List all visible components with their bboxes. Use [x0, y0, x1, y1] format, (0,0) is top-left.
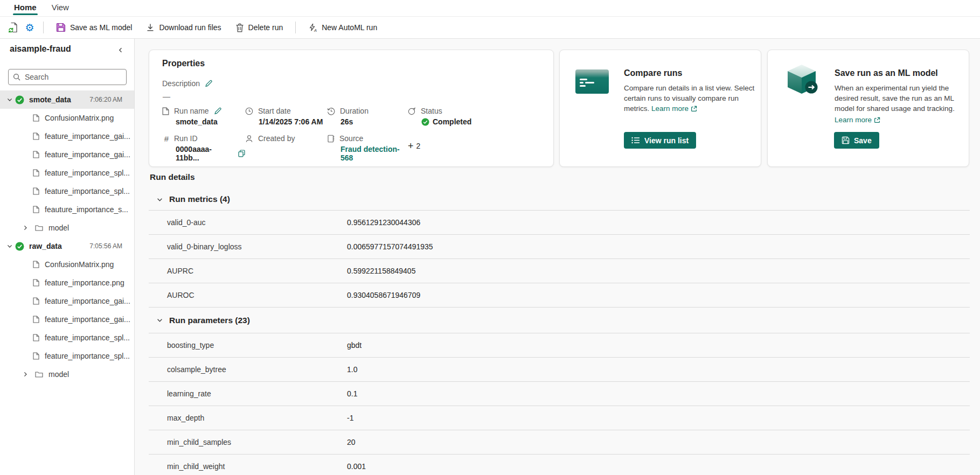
file-name: feature_importance_spl... — [45, 333, 130, 342]
metric-row: valid_0-auc 0.9561291230044306 — [149, 210, 970, 234]
refresh-run-button[interactable] — [5, 19, 22, 36]
delete-run-button[interactable]: Delete run — [228, 19, 290, 36]
external-link-icon — [691, 106, 697, 112]
parameter-value: 20 — [347, 438, 356, 446]
settings-button[interactable]: ⚙ — [22, 19, 38, 36]
source-link[interactable]: Fraud detection-568 — [340, 145, 408, 162]
description-label: Description — [162, 79, 200, 88]
run-files-sidebar: aisample-fraud smote_data 7:06:20 AM — [0, 39, 135, 475]
chevron-down-icon[interactable] — [4, 243, 15, 249]
metric-value: 0.9304058671946709 — [347, 291, 420, 299]
start-date-value: 1/14/2025 7:06 AM — [259, 117, 327, 126]
run-metrics-table: valid_0-auc 0.9561291230044306 valid_0-b… — [149, 210, 970, 308]
tree-folder-model[interactable]: model — [0, 365, 134, 383]
tab-home[interactable]: Home — [6, 0, 44, 17]
compare-runs-title: Compare runs — [624, 68, 759, 78]
tree-file[interactable]: feature_importance_gai... — [0, 145, 134, 164]
run-name: smote_data — [29, 95, 89, 104]
run-parameters-header[interactable]: Run parameters (23) — [149, 308, 970, 333]
run-name-label: Run name — [174, 107, 209, 115]
parameter-name: boosting_type — [149, 341, 347, 350]
compare-runs-illustration — [575, 69, 609, 94]
download-run-files-button[interactable]: Download run files — [139, 19, 228, 36]
status-value: Completed — [421, 117, 550, 126]
run-file-tree: smote_data 7:06:20 AM ConfusionMatrix.pn… — [0, 90, 134, 383]
parameter-name: colsample_bytree — [149, 365, 347, 374]
file-name: ConfusionMatrix.png — [45, 114, 114, 122]
tree-file[interactable]: feature_importance_gai... — [0, 310, 134, 329]
file-icon — [33, 132, 39, 140]
parameter-name: min_child_samples — [149, 438, 347, 446]
tree-folder-model[interactable]: model — [0, 219, 134, 237]
metric-value: 0.0065977157074491935 — [347, 242, 433, 251]
save-model-label: Save — [854, 136, 872, 145]
show-more-properties-button[interactable]: + 2 — [408, 141, 420, 151]
tree-file[interactable]: feature_importance_spl... — [0, 347, 134, 365]
metric-row: AUPRC 0.599221158849405 — [149, 259, 970, 283]
person-icon — [245, 135, 253, 143]
automl-lightning-icon: A — [308, 23, 317, 32]
tree-file[interactable]: feature_importance_spl... — [0, 329, 134, 347]
run-time: 7:05:56 AM — [89, 242, 134, 250]
gear-icon: ⚙ — [25, 23, 34, 33]
compare-learn-more-link[interactable]: Learn more — [651, 103, 697, 114]
tree-file[interactable]: ConfusionMatrix.png — [0, 109, 134, 127]
run-id-value: 0000aaaa-11bb... — [176, 145, 235, 162]
chevron-right-icon[interactable] — [22, 225, 29, 231]
save-as-ml-model-button[interactable]: Save as ML model — [49, 19, 139, 36]
collapse-sidebar-button[interactable] — [115, 44, 127, 56]
field-created-by: Created by — [245, 134, 327, 162]
tree-file[interactable]: feature_importance_spl... — [0, 164, 134, 182]
hash-icon: # — [162, 134, 171, 143]
copy-icon[interactable] — [238, 150, 245, 157]
field-run-id: # Run ID 0000aaaa-11bb... — [162, 134, 245, 162]
chevron-right-icon[interactable] — [22, 371, 29, 378]
search-box[interactable] — [8, 69, 127, 85]
parameter-row: min_child_weight 0.001 — [149, 454, 970, 475]
field-start-date: Start date 1/14/2025 7:06 AM — [245, 106, 327, 128]
tab-view-label: View — [52, 3, 69, 12]
parameter-name: learning_rate — [149, 389, 347, 398]
tab-view[interactable]: View — [44, 0, 77, 17]
run-detail-pane: Properties Description — Run name smote_… — [135, 39, 980, 475]
status-completed-icon — [421, 118, 429, 126]
ribbon-tab-strip: Home View — [0, 0, 980, 17]
save-learn-more-link[interactable]: Learn more — [835, 115, 965, 125]
tree-file[interactable]: feature_importance_spl... — [0, 182, 134, 200]
save-as-ml-model-label: Save as ML model — [70, 23, 132, 32]
run-metrics-header[interactable]: Run metrics (4) — [149, 188, 970, 210]
tree-run-smote-data[interactable]: smote_data 7:06:20 AM — [0, 90, 134, 109]
tree-file[interactable]: feature_importance_gai... — [0, 127, 134, 145]
clock-icon — [245, 107, 253, 115]
status-text: Completed — [433, 117, 471, 126]
run-name-value: smote_data — [176, 117, 245, 126]
file-icon — [33, 261, 39, 268]
tree-file[interactable]: feature_importance_gai... — [0, 292, 134, 310]
tree-file[interactable]: feauture_importance_s... — [0, 200, 134, 219]
tree-file[interactable]: ConfusionMatrix.png — [0, 255, 134, 274]
duration-label: Duration — [340, 107, 369, 115]
search-input[interactable] — [25, 73, 122, 81]
compare-runs-card: Compare runs Compare run details in a li… — [559, 50, 761, 167]
tree-run-raw-data[interactable]: raw_data 7:05:56 AM — [0, 237, 134, 255]
file-icon — [33, 334, 39, 341]
run-time: 7:06:20 AM — [89, 96, 134, 103]
ribbon-toolbar: ⚙ Save as ML model Download run files — [0, 17, 980, 39]
edit-run-name-pencil-icon[interactable] — [214, 107, 222, 115]
field-more: + 2 — [408, 134, 550, 162]
run-success-icon — [15, 242, 29, 251]
chevron-down-icon[interactable] — [4, 96, 15, 103]
edit-description-pencil-icon[interactable] — [205, 80, 213, 88]
parameter-row: min_child_samples 20 — [149, 430, 970, 454]
trash-icon — [235, 23, 244, 32]
file-icon — [33, 169, 39, 177]
new-automl-run-button[interactable]: A New AutoML run — [301, 19, 384, 36]
field-status: Status Completed — [408, 106, 550, 128]
file-icon — [33, 187, 39, 195]
file-name: feature_importance_gai... — [45, 315, 130, 324]
run-metrics-title: Run metrics (4) — [169, 194, 230, 204]
view-run-list-button[interactable]: View run list — [624, 132, 696, 149]
save-model-button[interactable]: Save — [834, 132, 879, 149]
folder-name: model — [48, 370, 69, 379]
tree-file[interactable]: feature_importance.png — [0, 274, 134, 292]
